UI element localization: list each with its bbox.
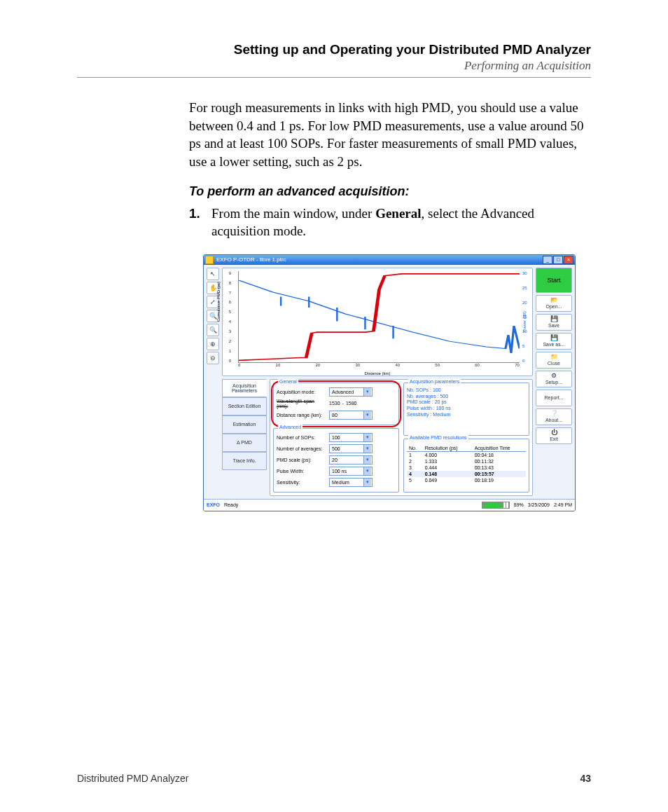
y2-axis-label: Power (dB) (522, 311, 527, 332)
sops-select[interactable]: 100 (329, 433, 373, 442)
folder-open-icon: 📂 (550, 297, 558, 303)
about-button[interactable]: ❔About... (536, 408, 572, 425)
right-controls: Start 📂Open... 💾Save 💾Save as... 📁Close … (536, 268, 572, 496)
y-axis-label: Cumulative PMD (ps) (216, 282, 221, 322)
step-text: From the main window, under General, sel… (211, 205, 591, 240)
pmd-scale-select[interactable]: 20 (329, 455, 373, 465)
close-file-button[interactable]: 📁Close (536, 352, 572, 369)
tab-estimation[interactable]: Estimation (222, 415, 267, 434)
battery-icon (482, 502, 510, 509)
cursor-tool-icon[interactable]: ↖ (207, 268, 219, 280)
table-row[interactable]: 21.33300:11:32 (407, 458, 526, 465)
distance-range-label: Distance range (km): (277, 413, 327, 418)
window-title: EXFO P-OTDR - fibre 1.ptrc (216, 256, 286, 263)
general-fieldset: General Acquisition mode: Advanced Wavel… (273, 383, 399, 425)
save-as-icon: 💾 (550, 335, 558, 341)
divider (77, 77, 591, 78)
pulse-width-select[interactable]: 100 ns (329, 467, 373, 476)
sensitivity-select[interactable]: Medium (329, 478, 373, 487)
wavelength-label: Wavelength span (nm): (277, 399, 327, 408)
open-button[interactable]: 📂Open... (536, 295, 572, 312)
plot-area (238, 271, 520, 363)
acq-mode-label: Acquisition mode: (277, 390, 327, 394)
save-button[interactable]: 💾Save (536, 314, 572, 331)
tab-acquisition-parameters[interactable]: Acquisition Parameters (222, 379, 267, 397)
tab-section-edition[interactable]: Section Edition (222, 397, 267, 415)
x-axis-ticks: 010203040506070 (238, 363, 520, 369)
chapter-title: Setting up and Operating your Distribute… (77, 42, 591, 57)
acq-params-legend: Acquisition parameters (408, 379, 461, 384)
advanced-legend: Advanced (278, 425, 302, 429)
titlebar: EXFO P-OTDR - fibre 1.ptrc _ □ × (204, 255, 575, 265)
chart: 9876543210 302520151050 Cumulative PMD (… (222, 268, 533, 376)
close-file-icon: 📁 (550, 354, 558, 360)
status-date: 3/25/2009 (528, 502, 550, 507)
step-number: 1. (189, 205, 202, 240)
app-window: EXFO P-OTDR - fibre 1.ptrc _ □ × ↖ ✋ ⤢ 🔍… (203, 254, 576, 511)
side-tabs: Acquisition Parameters Section Edition E… (222, 379, 267, 470)
status-ready: Ready (224, 502, 238, 507)
save-icon: 💾 (550, 316, 558, 322)
resolutions-legend: Available PMD resolutions (408, 435, 468, 440)
page-number: 43 (580, 773, 591, 784)
zoom-out-tool-icon[interactable]: ⊖ (207, 352, 219, 364)
close-button[interactable]: × (564, 256, 573, 264)
maximize-button[interactable]: □ (553, 256, 563, 264)
acq-params-fieldset: Acquisition parameters Nb. SOPs : 100 Nb… (403, 383, 529, 436)
acq-mode-select[interactable]: Advanced (329, 387, 373, 397)
save-as-button[interactable]: 💾Save as... (536, 333, 572, 350)
help-icon: ❔ (550, 411, 558, 417)
tab-trace-info[interactable]: Trace Info. (222, 452, 267, 470)
exit-button[interactable]: ⏻Exit (536, 427, 572, 444)
body-paragraph: For rough measurements in links with hig… (189, 99, 591, 171)
footer-product: Distributed PMD Analyzer (77, 773, 189, 784)
general-legend: General (278, 379, 298, 384)
power-icon: ⏻ (551, 429, 557, 436)
zoom-y-tool-icon[interactable]: 🔍 (207, 324, 219, 336)
minimize-button[interactable]: _ (543, 256, 552, 264)
table-row[interactable]: 30.44400:13:43 (407, 465, 526, 471)
table-row[interactable]: 50.04900:18:19 (407, 477, 526, 483)
step-1: 1. From the main window, under General, … (189, 205, 591, 240)
task-heading: To perform an advanced acquisition: (189, 184, 591, 199)
table-row[interactable]: 14.00000:04:18 (407, 452, 526, 459)
status-bar: EXFO Ready 89% 3/25/2009 2:49 PM (204, 499, 575, 511)
report-button[interactable]: Report... (536, 390, 572, 406)
resolutions-fieldset: Available PMD resolutions No. Resolution… (403, 439, 529, 493)
page-footer: Distributed PMD Analyzer 43 (77, 773, 591, 784)
tab-delta-pmd[interactable]: Δ PMD (222, 434, 267, 452)
y-axis-ticks: 9876543210 (224, 271, 231, 363)
setup-icon: ⚙ (551, 373, 557, 379)
x-axis-label: Distance (km) (223, 371, 532, 376)
distance-range-select[interactable]: 80 (329, 411, 373, 420)
table-row[interactable]: 40.14800:15:57 (407, 471, 526, 477)
status-time: 2:49 PM (554, 502, 572, 507)
advanced-fieldset: Advanced Number of SOPs:100 Number of av… (273, 428, 399, 493)
zoom-in-tool-icon[interactable]: ⊕ (207, 338, 219, 350)
setup-button[interactable]: ⚙Setup... (536, 371, 572, 387)
app-icon (205, 256, 214, 264)
section-title: Performing an Acquisition (77, 59, 591, 73)
brand-label: EXFO (207, 502, 220, 507)
battery-percent: 89% (514, 502, 524, 507)
start-button[interactable]: Start (536, 268, 572, 293)
resolutions-table: No. Resolution (ps) Acquisition Time 14.… (407, 445, 526, 483)
averages-select[interactable]: 500 (329, 444, 373, 453)
